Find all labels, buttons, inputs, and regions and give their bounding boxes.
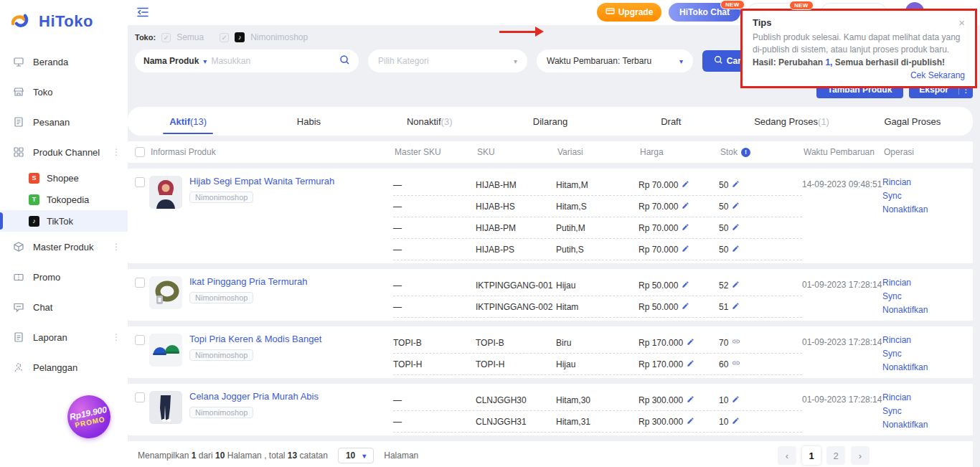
tab-sedang-proses[interactable]: Sedang Proses(1): [731, 112, 852, 131]
prev-page-button[interactable]: ‹: [778, 446, 796, 465]
sidebar-item-shopee[interactable]: S Shopee: [0, 167, 128, 189]
sidebar-item-label: Laporan: [33, 332, 67, 343]
row-checkbox[interactable]: [135, 177, 145, 187]
edit-icon[interactable]: [732, 245, 740, 255]
edit-icon[interactable]: [732, 280, 740, 291]
harga-value: Rp 50.000: [639, 280, 678, 291]
sku-value: HIJAB-HM: [476, 180, 556, 190]
sync-link[interactable]: Sync: [882, 290, 902, 303]
sidebar-item-pelanggan[interactable]: Pelanggan: [0, 352, 128, 382]
edit-icon[interactable]: [682, 302, 689, 312]
edit-icon[interactable]: [687, 338, 694, 348]
variasi-value: Putih,M: [556, 223, 639, 233]
product-title-link[interactable]: Ikat Pinggang Pria Termurah: [189, 276, 308, 288]
product-title-link[interactable]: Topi Pria Keren & Modis Banget: [189, 334, 321, 345]
table-row: Celana Jogger Pria Murah Abis Nimonimosh…: [128, 384, 973, 435]
search-group: Nama Produk ▾: [135, 49, 359, 72]
tab-habis[interactable]: Habis: [248, 112, 369, 131]
close-icon[interactable]: ×: [958, 16, 965, 29]
sync-link[interactable]: Sync: [882, 189, 902, 203]
next-page-button[interactable]: ›: [851, 446, 870, 465]
sidebar-item-beranda[interactable]: Beranda: [0, 47, 128, 77]
product-title-link[interactable]: Hijab Segi Empat Wanita Termurah: [189, 176, 334, 187]
more-icon[interactable]: ⋮: [112, 332, 121, 342]
product-title-link[interactable]: Celana Jogger Pria Murah Abis: [189, 391, 319, 402]
tab-label: Gagal Proses: [884, 116, 941, 127]
edit-icon[interactable]: [732, 180, 740, 190]
link-icon[interactable]: [732, 359, 740, 369]
semua-checkbox[interactable]: ✓: [161, 33, 171, 42]
info-icon[interactable]: !: [741, 148, 750, 157]
edit-icon[interactable]: [732, 302, 740, 312]
edit-icon[interactable]: [687, 359, 694, 369]
sidebar-item-promo[interactable]: Promo: [0, 262, 128, 292]
edit-icon[interactable]: [732, 417, 740, 427]
select-all-checkbox[interactable]: [135, 147, 145, 157]
row-checkbox[interactable]: [135, 335, 145, 345]
sidebar-item-toko[interactable]: Toko: [0, 77, 128, 107]
search-icon[interactable]: [339, 55, 350, 67]
report-icon: [13, 331, 24, 343]
sidebar-item-chat[interactable]: Chat: [0, 292, 128, 322]
brand-name: HiToko: [39, 12, 93, 31]
edit-icon[interactable]: [732, 202, 740, 212]
more-icon[interactable]: ⋮: [112, 147, 121, 157]
sync-link[interactable]: Sync: [882, 405, 902, 418]
sidebar-item-tiktok[interactable]: ♪ TikTok: [0, 210, 128, 232]
nonaktifkan-link[interactable]: Nonaktifkan: [882, 303, 928, 317]
search-field-selector[interactable]: Nama Produk: [143, 56, 199, 66]
page-button-1[interactable]: 1: [802, 446, 821, 465]
chevron-down-icon[interactable]: ▾: [203, 57, 207, 65]
nonaktifkan-link[interactable]: Nonaktifkan: [882, 203, 928, 217]
tab-draft[interactable]: Draft: [611, 112, 731, 131]
edit-icon[interactable]: [682, 202, 689, 212]
sidebar-item-tokopedia[interactable]: T Tokopedia: [0, 189, 128, 210]
category-select[interactable]: Pilih Kategori ▾: [368, 49, 527, 72]
sidebar-item-master-produk[interactable]: Master Produk ⋮: [0, 232, 128, 262]
edit-icon[interactable]: [682, 280, 689, 291]
grid-icon: [13, 146, 24, 158]
cek-sekarang-link[interactable]: Cek Sekarang: [753, 70, 965, 80]
page-button-2[interactable]: 2: [826, 446, 845, 465]
header-operasi: Operasi: [882, 147, 973, 157]
page-size-select[interactable]: 10 ▾: [338, 448, 374, 463]
table-row: Topi Pria Keren & Modis Banget Nimonimos…: [128, 326, 973, 378]
rincian-link[interactable]: Rincian: [882, 276, 911, 290]
sort-select[interactable]: Waktu Pembaruan: Terbaru ▾: [537, 49, 693, 72]
tips-title: Tips: [753, 17, 772, 28]
promo-price-badge[interactable]: Rp19.900 PROMO: [63, 391, 114, 442]
link-icon[interactable]: [732, 337, 740, 348]
search-input[interactable]: [211, 56, 335, 66]
sku-value: IKTPINGGANG-002: [476, 302, 556, 312]
edit-icon[interactable]: [682, 223, 689, 233]
sidebar-item-produk-channel[interactable]: Produk Channel ⋮: [0, 137, 128, 167]
sidebar-item-laporan[interactable]: Laporan ⋮: [0, 322, 128, 352]
tab-nonaktif[interactable]: Nonaktif(3): [369, 112, 490, 131]
upgrade-button[interactable]: Upgrade: [597, 3, 661, 22]
variasi-value: Hitam,30: [556, 395, 639, 405]
tab-gagal-proses[interactable]: Gagal Proses: [852, 112, 973, 131]
more-icon[interactable]: ⋮: [112, 242, 121, 252]
rincian-link[interactable]: Rincian: [882, 176, 911, 189]
tokopedia-icon: T: [29, 194, 39, 205]
shop-checkbox[interactable]: ✓: [220, 33, 229, 42]
edit-icon[interactable]: [732, 223, 740, 233]
sync-link[interactable]: Sync: [882, 347, 902, 361]
edit-icon[interactable]: [687, 395, 694, 405]
edit-icon[interactable]: [682, 180, 689, 190]
tab-aktif[interactable]: Aktif(13): [128, 112, 248, 131]
nonaktifkan-link[interactable]: Nonaktifkan: [882, 418, 928, 432]
collapse-sidebar-icon[interactable]: [136, 6, 149, 20]
chevron-down-icon: ▾: [362, 452, 366, 460]
sidebar-item-pesanan[interactable]: Pesanan: [0, 107, 128, 137]
row-checkbox[interactable]: [135, 278, 145, 288]
tab-dilarang[interactable]: Dilarang: [490, 112, 611, 131]
rincian-link[interactable]: Rincian: [882, 391, 911, 405]
rincian-link[interactable]: Rincian: [882, 334, 911, 347]
edit-icon[interactable]: [687, 417, 694, 427]
row-checkbox[interactable]: [135, 392, 145, 402]
nonaktifkan-link[interactable]: Nonaktifkan: [882, 361, 928, 374]
edit-icon[interactable]: [682, 245, 689, 255]
edit-icon[interactable]: [732, 395, 740, 405]
header-informasi-produk: Informasi Produk: [149, 147, 393, 157]
